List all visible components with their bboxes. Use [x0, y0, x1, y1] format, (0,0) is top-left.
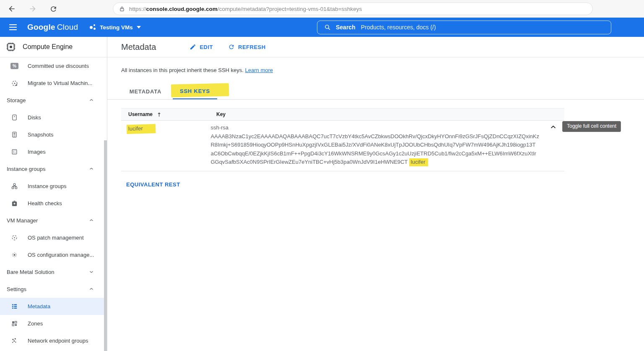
metadata-icon	[10, 303, 18, 310]
project-icon	[90, 24, 96, 31]
migrate-icon	[10, 80, 18, 87]
table-header: Username Key	[121, 108, 564, 121]
browser-refresh-button[interactable]	[49, 5, 57, 13]
sidebar-item-committed-use-discounts[interactable]: % Committed use discounts	[0, 57, 107, 75]
sidebar-section-storage[interactable]: Storage	[0, 92, 107, 109]
snapshot-icon	[10, 131, 18, 138]
refresh-icon	[228, 44, 235, 50]
key-cell: ssh-rsa AAAAB3NzaC1yc2EAAAADAQABAAABAQC7…	[210, 124, 564, 167]
sort-ascending-icon	[156, 112, 162, 117]
column-header-username[interactable]: Username	[121, 111, 216, 117]
sidebar-item-disks[interactable]: Disks	[0, 109, 107, 126]
sidebar-section-bare-metal[interactable]: Bare Metal Solution	[0, 263, 107, 281]
sidebar: Compute Engine % Committed use discounts…	[0, 37, 107, 351]
sidebar-item-os-configuration[interactable]: OS configuration manage...	[0, 246, 107, 263]
search-icon	[324, 24, 331, 31]
project-name: Testing VMs	[100, 24, 133, 31]
column-header-key: Key	[216, 111, 226, 117]
tab-metadata[interactable]: METADATA	[127, 83, 164, 99]
reload-icon	[49, 5, 57, 13]
sidebar-item-zones[interactable]: Zones	[0, 315, 107, 332]
chevron-down-icon	[89, 268, 94, 276]
equivalent-rest-button[interactable]: EQUIVALENT REST	[126, 181, 180, 188]
disk-icon	[10, 114, 18, 121]
chevron-up-icon	[89, 286, 94, 293]
os-patch-icon	[10, 234, 18, 241]
address-bar[interactable]: https://console.cloud.google.com/compute…	[113, 3, 593, 15]
sidebar-scrollbar[interactable]	[104, 140, 107, 351]
toggle-cell-tooltip: Toggle full cell content	[562, 121, 621, 132]
browser-forward-button[interactable]	[29, 5, 37, 13]
sidebar-section-settings[interactable]: Settings	[0, 281, 107, 298]
search-input[interactable]: Search Products, resources, docs (/)	[317, 21, 611, 34]
learn-more-link[interactable]: Learn more	[245, 67, 273, 73]
refresh-button[interactable]: REFRESH	[228, 44, 266, 50]
page-url: https://console.cloud.google.com/compute…	[129, 6, 362, 12]
pencil-icon	[190, 44, 196, 50]
sidebar-item-network-endpoint-groups[interactable]: Network endpoint groups	[0, 332, 107, 349]
sidebar-item-images[interactable]: Images	[0, 143, 107, 160]
product-title: Compute Engine	[23, 43, 73, 51]
network-endpoint-groups-icon	[10, 337, 18, 344]
percent-icon: %	[10, 63, 18, 69]
tab-ssh-keys[interactable]: SSH KEYS	[173, 83, 217, 99]
search-placeholder: Products, resources, docs (/)	[361, 24, 436, 31]
tab-bar: METADATA SSH KEYS	[107, 83, 644, 100]
highlighted-key-comment: lucifer	[409, 158, 428, 166]
menu-button[interactable]	[9, 24, 17, 30]
action-bar: Metadata EDIT REFRESH	[107, 37, 644, 57]
health-checks-icon	[10, 200, 18, 207]
images-icon	[10, 148, 18, 155]
sidebar-item-os-patch-management[interactable]: OS patch management	[0, 229, 107, 246]
edit-button[interactable]: EDIT	[190, 44, 213, 50]
page-title: Metadata	[121, 42, 156, 52]
table-row: lucifer ssh-rsa AAAAB3NzaC1yc2EAAAADAQAB…	[121, 121, 564, 171]
instance-groups-icon	[10, 183, 18, 190]
zones-icon	[10, 320, 18, 327]
lock-icon	[119, 6, 125, 12]
main-content: Metadata EDIT REFRESH All instances in t…	[107, 37, 644, 351]
chevron-down-icon	[137, 26, 141, 28]
sidebar-item-metadata[interactable]: Metadata	[0, 298, 107, 315]
google-cloud-logo[interactable]: GoogleCloud	[27, 23, 78, 32]
toggle-cell-content-button[interactable]	[550, 124, 557, 131]
sidebar-item-health-checks[interactable]: Health checks	[0, 195, 107, 212]
project-switcher[interactable]: Testing VMs	[90, 24, 141, 31]
os-config-icon	[10, 251, 18, 258]
browser-chrome: https://console.cloud.google.com/compute…	[0, 0, 644, 18]
search-label: Search	[336, 24, 356, 31]
sidebar-section-vm-manager[interactable]: VM Manager	[0, 212, 107, 229]
chevron-up-icon	[89, 165, 94, 173]
sidebar-section-instance-groups[interactable]: Instance groups	[0, 160, 107, 178]
chevron-up-icon	[89, 217, 94, 225]
inherit-keys-description: All instances in this project inherit th…	[121, 67, 644, 73]
compute-engine-icon	[5, 41, 16, 52]
username-cell: lucifer	[121, 124, 210, 167]
sidebar-item-snapshots[interactable]: Snapshots	[0, 126, 107, 143]
browser-back-button[interactable]	[8, 5, 16, 13]
chevron-up-icon	[550, 124, 557, 131]
sidebar-item-instance-groups[interactable]: Instance groups	[0, 178, 107, 195]
gcp-header: GoogleCloud Testing VMs Search Products,…	[0, 18, 644, 37]
sidebar-item-migrate-to-vm[interactable]: Migrate to Virtual Machin...	[0, 75, 107, 92]
product-header[interactable]: Compute Engine	[0, 37, 107, 57]
highlighted-username: lucifer	[127, 124, 156, 134]
chevron-up-icon	[89, 97, 94, 104]
ssh-keys-table: Username Key lucifer ssh-rsa AAAAB3NzaC1…	[121, 108, 564, 171]
back-arrow-icon	[8, 5, 16, 13]
forward-arrow-icon	[29, 5, 37, 13]
